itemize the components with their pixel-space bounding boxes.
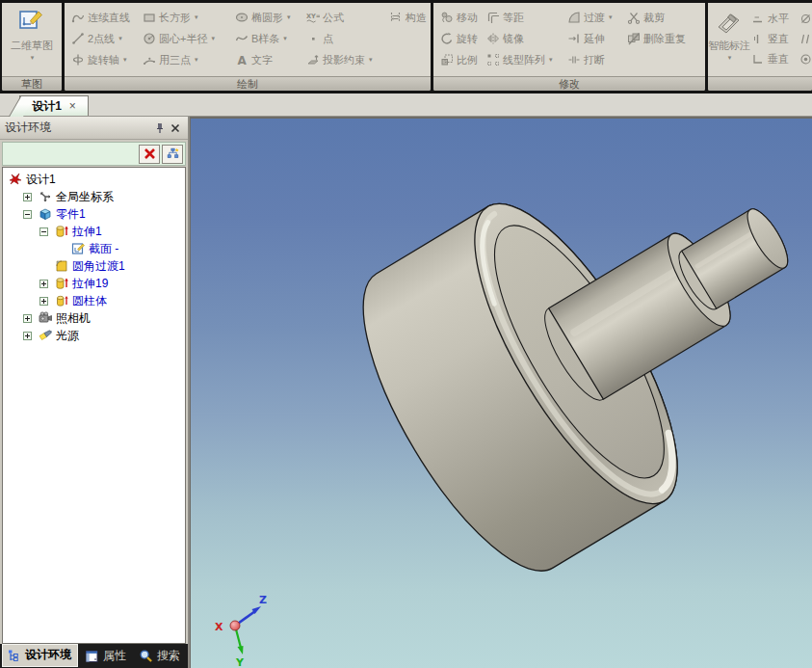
scale-button[interactable]: 比例: [439, 51, 485, 68]
break-button[interactable]: 打断: [566, 51, 626, 68]
red-x-icon: [143, 147, 157, 161]
expand-icon[interactable]: [39, 297, 48, 306]
properties-icon: [85, 649, 99, 663]
delete-duplicate-label: 删除重复: [643, 32, 686, 46]
fillet-transition-button[interactable]: 过渡▾: [566, 9, 626, 26]
b-spline-button[interactable]: B样条▾: [234, 30, 305, 47]
diameter-icon: [799, 12, 812, 26]
three-point-arc-button[interactable]: 用三点▾: [142, 51, 234, 68]
camera-icon: [37, 310, 53, 326]
center-radius-circle-label: 圆心+半径: [159, 32, 207, 46]
tree-filter-icon: [166, 147, 180, 161]
collapse-icon[interactable]: [23, 210, 32, 219]
sketch-2d-button[interactable]: 二维草图▾: [5, 3, 59, 76]
move-button[interactable]: 移动: [439, 9, 485, 26]
fillet-icon: [566, 11, 581, 25]
continuous-line-button[interactable]: 连续直线: [70, 9, 142, 26]
construct-icon: [388, 11, 403, 25]
smart-dimension-button[interactable]: 智能标注▾: [708, 3, 750, 76]
tree-item-extrude19[interactable]: 拉伸19: [3, 275, 185, 292]
construct-button[interactable]: 构造: [388, 9, 431, 26]
rectangle-icon: [142, 11, 156, 25]
extrude-icon: [53, 276, 69, 291]
dim-concentric-button[interactable]: [799, 51, 812, 68]
expand-icon[interactable]: [23, 193, 32, 201]
projection-constraint-button[interactable]: 投影约束▾: [305, 51, 388, 68]
tree-item-light-source[interactable]: 光源: [3, 327, 185, 344]
rotate-button[interactable]: 旋转: [439, 30, 485, 47]
pin-icon[interactable]: [152, 120, 168, 136]
document-tab-design1[interactable]: 设计1 ×: [19, 95, 89, 116]
tree-item-camera[interactable]: 照相机: [3, 309, 185, 327]
tree-item-label: 截面 -: [89, 241, 118, 257]
dim-diameter-button[interactable]: [799, 11, 812, 28]
tree-item-label: 圆柱体: [72, 293, 107, 309]
break-label: 打断: [584, 53, 605, 67]
trim-button[interactable]: 裁剪: [626, 9, 705, 26]
tab-properties-label: 属性: [103, 648, 126, 664]
tab-design-environment[interactable]: 设计环境: [2, 644, 78, 667]
document-tab-close-icon[interactable]: ×: [69, 99, 76, 113]
chevron-down-icon: ▾: [118, 35, 122, 42]
expand-icon[interactable]: [39, 280, 48, 288]
tree-item-extrude1[interactable]: 拉伸1: [3, 223, 185, 240]
mirror-label: 镜像: [503, 32, 524, 46]
expand-icon[interactable]: [23, 332, 32, 340]
tree-item-part1[interactable]: 零件1: [3, 205, 185, 223]
two-point-line-button[interactable]: 2点线▾: [70, 30, 142, 47]
extend-button[interactable]: 延伸: [566, 30, 626, 47]
dim-parallel-button[interactable]: [799, 31, 812, 48]
formula-button[interactable]: XY=公式: [305, 9, 388, 26]
formula-label: 公式: [323, 11, 344, 25]
chevron-down-icon: ▾: [728, 54, 732, 62]
svg-text:A: A: [237, 54, 247, 67]
dim-vertical-button[interactable]: 竖直: [750, 31, 797, 48]
tree-item-cylinder[interactable]: 圆柱体: [3, 292, 185, 309]
mirror-button[interactable]: 镜像: [485, 30, 566, 47]
tree-item-global-coordinate-system[interactable]: 全局坐标系: [3, 188, 185, 205]
move-label: 移动: [457, 11, 478, 25]
dim-horizontal-label: 水平: [768, 12, 789, 26]
formula-icon: XY=: [305, 11, 320, 25]
tree-filter-button[interactable]: [162, 145, 183, 164]
light-icon: [37, 328, 53, 343]
tree-item-fillet-transition1[interactable]: 圆角过渡1: [3, 257, 185, 275]
group-footer-draw: 绘制: [65, 76, 431, 91]
offset-icon: [485, 11, 500, 25]
ellipse-button[interactable]: 椭圆形▾: [234, 9, 305, 26]
extrude-icon: [53, 224, 69, 239]
point-button[interactable]: 点: [305, 30, 388, 47]
tab-properties[interactable]: 属性: [81, 646, 132, 667]
scale-label: 比例: [457, 53, 478, 67]
text-icon: A: [234, 53, 249, 67]
axis-icon: [70, 53, 85, 67]
construct-label: 构造: [406, 11, 427, 25]
projection-constraint-label: 投影约束: [323, 53, 365, 67]
x-axis-origin: [230, 621, 240, 630]
viewport-3d[interactable]: X Z Y: [190, 117, 812, 668]
chevron-down-icon: ▾: [609, 13, 613, 21]
tab-search-label: 搜索: [157, 648, 180, 664]
spline-icon: [234, 32, 249, 46]
rotation-axis-button[interactable]: 旋转轴▾: [70, 51, 142, 68]
scale-icon: [439, 53, 454, 67]
offset-button[interactable]: 等距: [485, 9, 566, 26]
clear-filter-button[interactable]: [139, 145, 160, 164]
center-radius-circle-button[interactable]: 圆心+半径▾: [142, 30, 234, 47]
tab-search[interactable]: 搜索: [135, 646, 186, 667]
ellipse-icon: [234, 11, 249, 25]
tree-item-design1[interactable]: 设计1: [3, 171, 185, 188]
tree-item-label: 设计1: [26, 172, 56, 188]
dim-horizontal-button[interactable]: 水平: [750, 11, 797, 28]
design-tree: 设计1全局坐标系零件1拉伸1截面 -圆角过渡1拉伸19圆柱体照相机光源: [2, 167, 186, 644]
dim-perpendicular-button[interactable]: 垂直: [750, 51, 797, 68]
delete-duplicate-button[interactable]: 删除重复: [626, 30, 705, 47]
text-button[interactable]: A文字: [234, 51, 305, 68]
sketch-2d-label: 二维草图: [11, 39, 53, 53]
collapse-icon[interactable]: [39, 227, 48, 236]
linear-array-button[interactable]: 线型阵列▾: [485, 51, 566, 68]
tree-item-section[interactable]: 截面 -: [3, 240, 185, 257]
expand-icon[interactable]: [23, 314, 32, 323]
panel-close-icon[interactable]: [168, 120, 183, 136]
rectangle-button[interactable]: 长方形▾: [142, 9, 234, 26]
